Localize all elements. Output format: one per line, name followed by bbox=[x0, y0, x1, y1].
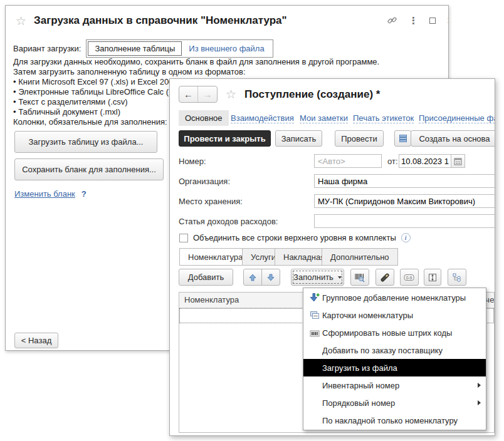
combine-kits-row: Объединить все строки верхнего уровня в … bbox=[179, 233, 411, 242]
menu-item-inventory-number[interactable]: Инвентарный номер bbox=[303, 376, 486, 394]
expense-item-row: Статья доходов расходов: bbox=[170, 214, 495, 228]
fill-button-label: Заполнить bbox=[293, 272, 333, 282]
import-plus-icon bbox=[307, 293, 322, 303]
history-nav: ← → bbox=[179, 86, 218, 103]
calendar-icon bbox=[454, 157, 462, 165]
combine-kits-checkbox[interactable] bbox=[179, 234, 188, 242]
date-field bbox=[399, 154, 465, 168]
tab-interactions[interactable]: Взаимодействия bbox=[231, 113, 294, 123]
menu-item-label: Порядковый номер bbox=[322, 398, 478, 408]
date-input[interactable] bbox=[399, 155, 451, 167]
back-button[interactable]: < Назад bbox=[14, 333, 58, 348]
vertical-expand-icon bbox=[428, 272, 438, 283]
tab-my-notes[interactable]: Мои заметки bbox=[300, 113, 348, 123]
hierarchy-view-button[interactable] bbox=[448, 269, 466, 286]
menu-item-by-invoice-nomenclature-only[interactable]: По накладной только номенклатуру bbox=[303, 412, 486, 429]
maximize-icon[interactable] bbox=[429, 18, 436, 24]
svg-text:0-9: 0-9 bbox=[406, 275, 412, 279]
save-blank-button[interactable]: Сохранить бланк для заполнения... bbox=[14, 158, 164, 180]
page-tabs: Номенклатура Услуги Накладная Дополнител… bbox=[170, 248, 495, 266]
save-button[interactable]: Записать bbox=[275, 130, 322, 147]
submenu-arrow-icon bbox=[478, 383, 481, 388]
expense-item-input[interactable] bbox=[314, 214, 495, 228]
combine-kits-label: Объединить все строки верхнего уровня в … bbox=[193, 233, 396, 242]
tab-additional[interactable]: Дополнительно bbox=[322, 248, 398, 266]
digits-tag-icon: 0-9 bbox=[404, 273, 415, 282]
favorite-star-icon[interactable]: ☆ bbox=[226, 88, 236, 100]
organization-row: Организация: bbox=[170, 174, 495, 188]
variant-external-file-option[interactable]: Из внешнего файла bbox=[182, 41, 271, 56]
add-row-button[interactable]: Добавить bbox=[179, 269, 233, 286]
tab-attached-files[interactable]: Присоединенные фа bbox=[419, 113, 495, 123]
storage-label: Место хранения: bbox=[179, 197, 243, 206]
hierarchy-icon bbox=[452, 272, 462, 283]
info-icon[interactable]: i bbox=[401, 233, 411, 242]
barcode-scan-button[interactable] bbox=[350, 269, 369, 286]
help-link[interactable]: ? bbox=[81, 189, 87, 199]
receipt-titlebar: ← → ☆ Поступление (создание) * bbox=[179, 86, 380, 103]
instruction-line: Затем загрузить заполненную таблицу в од… bbox=[13, 67, 379, 77]
organization-label: Организация: bbox=[179, 177, 230, 186]
arrow-down-icon bbox=[266, 273, 275, 282]
variant-label: Вариант загрузки: bbox=[13, 44, 81, 53]
menu-item-load-from-file[interactable]: Загрузить из файла bbox=[303, 359, 486, 376]
number-input[interactable] bbox=[314, 154, 382, 168]
get-link-icon[interactable] bbox=[387, 15, 397, 26]
menu-item-by-supplier-order[interactable]: Добавить по заказу поставщику bbox=[303, 341, 486, 359]
close-icon[interactable]: × bbox=[447, 14, 449, 26]
variant-toggle: Заполнение таблицы Из внешнего файла bbox=[86, 39, 273, 58]
favorite-star-icon[interactable]: ☆ bbox=[16, 15, 26, 27]
fill-dropdown-button[interactable]: Заполнить bbox=[291, 269, 344, 286]
menu-item-label: Инвентарный номер bbox=[322, 381, 478, 390]
instruction-line: Для загрузки данных необходимо, сохранит… bbox=[13, 57, 379, 67]
load-table-from-file-button[interactable]: Загрузить таблицу из файла... bbox=[14, 131, 157, 153]
loader-titlebar: ☆ Загрузка данных в справочник "Номенкла… bbox=[16, 14, 287, 27]
show-postings-button[interactable] bbox=[394, 130, 411, 147]
postings-icon bbox=[398, 133, 408, 143]
edit-blank-link[interactable]: Изменить бланк bbox=[14, 189, 75, 199]
more-menu-icon[interactable]: ⋮ bbox=[409, 16, 418, 25]
create-based-on-button[interactable]: Создать на основа bbox=[411, 130, 495, 147]
menu-item-label: Добавить по заказу поставщику bbox=[322, 346, 481, 355]
post-and-close-button[interactable]: Провести и закрыть bbox=[179, 130, 271, 147]
fill-dropdown-menu: Групповое добавление номенклатуры Карточ… bbox=[303, 288, 486, 430]
organization-input[interactable] bbox=[314, 174, 495, 188]
post-button[interactable]: Провести bbox=[335, 130, 384, 147]
forward-arrow-icon[interactable]: → bbox=[198, 86, 217, 102]
menu-item-label: Карточки номенклатуры bbox=[322, 311, 481, 320]
menu-item-group-add[interactable]: Групповое добавление номенклатуры bbox=[303, 289, 486, 306]
menu-item-new-barcodes[interactable]: Сформировать новые штрих коды bbox=[303, 324, 486, 341]
move-down-button[interactable] bbox=[261, 269, 280, 286]
window-controls: ⋮ × bbox=[387, 14, 449, 26]
submenu-arrow-icon bbox=[478, 400, 481, 405]
menu-item-label: По накладной только номенклатуру bbox=[322, 416, 481, 425]
barcode-search-icon bbox=[354, 272, 365, 283]
tab-nomenclature[interactable]: Номенклатура bbox=[179, 248, 251, 266]
cards-icon bbox=[307, 311, 322, 319]
edit-blank-row: Изменить бланк ? bbox=[14, 189, 87, 199]
expense-item-label: Статья доходов расходов: bbox=[179, 217, 278, 226]
storage-input[interactable] bbox=[314, 194, 495, 208]
command-bar: Провести и закрыть Записать Провести Соз… bbox=[170, 130, 495, 147]
back-arrow-icon[interactable]: ← bbox=[179, 86, 198, 102]
receipt-window: ← → ☆ Поступление (создание) * Основное … bbox=[169, 78, 495, 436]
number-row: Номер: от: bbox=[170, 154, 495, 168]
menu-item-sequence-number[interactable]: Порядковый номер bbox=[303, 394, 486, 412]
menu-item-label: Сформировать новые штрих коды bbox=[322, 328, 481, 338]
row-height-button[interactable] bbox=[424, 269, 441, 286]
variant-fill-table-option[interactable]: Заполнение таблицы bbox=[88, 41, 182, 56]
data-terminal-button[interactable] bbox=[375, 269, 394, 286]
storage-row: Место хранения: bbox=[170, 194, 495, 208]
desktop: ☆ Загрузка данных в справочник "Номенкла… bbox=[0, 0, 504, 441]
tab-print-labels[interactable]: Печать этикеток bbox=[353, 113, 414, 123]
scanner-device-icon bbox=[380, 272, 390, 283]
loader-window-title: Загрузка данных в справочник "Номенклату… bbox=[34, 14, 287, 27]
menu-item-cards[interactable]: Карточки номенклатуры bbox=[303, 306, 486, 324]
menu-item-label: Групповое добавление номенклатуры bbox=[322, 293, 481, 303]
calendar-button[interactable] bbox=[451, 155, 465, 167]
section-links: Основное Взаимодействия Мои заметки Печа… bbox=[170, 110, 495, 127]
move-up-button[interactable] bbox=[243, 269, 262, 286]
tab-main[interactable]: Основное bbox=[179, 110, 229, 126]
price-checker-button[interactable]: 0-9 bbox=[400, 269, 419, 286]
receipt-window-title: Поступление (создание) * bbox=[244, 88, 380, 101]
